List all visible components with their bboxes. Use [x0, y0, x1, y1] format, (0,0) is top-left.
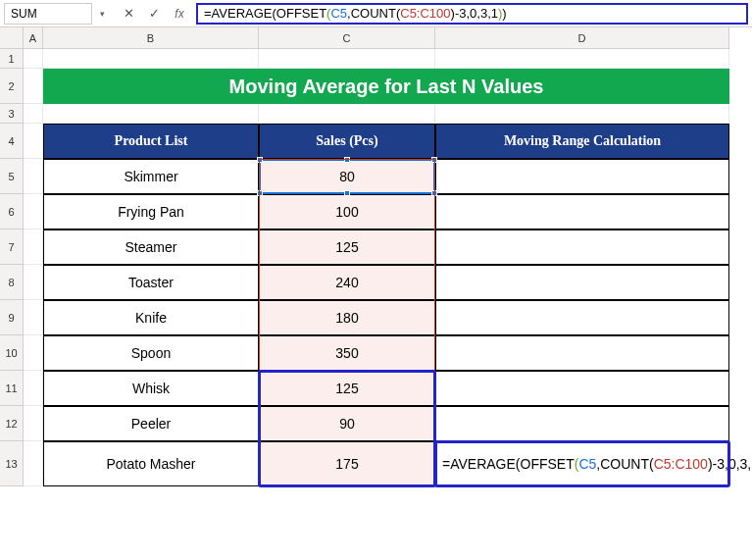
- cell-c7[interactable]: 125: [259, 229, 435, 265]
- header-product[interactable]: Product List: [43, 124, 259, 159]
- row-head-3[interactable]: 3: [0, 104, 24, 124]
- cell-c5[interactable]: 80: [259, 159, 435, 194]
- row-head-4[interactable]: 4: [0, 124, 24, 159]
- cell-c1[interactable]: [259, 49, 435, 69]
- row-head-12[interactable]: 12: [0, 406, 24, 441]
- cell-b7[interactable]: Steamer: [43, 229, 259, 265]
- col-head-c[interactable]: C: [259, 27, 435, 49]
- cell-a8[interactable]: [24, 265, 43, 300]
- cell-d7[interactable]: [435, 229, 729, 265]
- col-head-d[interactable]: D: [435, 27, 729, 49]
- formula-text: =AVERAGE: [204, 6, 272, 21]
- row-head-1[interactable]: 1: [0, 49, 24, 69]
- header-sales[interactable]: Sales (Pcs): [259, 124, 435, 159]
- cell-a11[interactable]: [24, 371, 43, 406]
- cell-b10[interactable]: Spoon: [43, 335, 259, 371]
- cell-d6[interactable]: [435, 194, 729, 229]
- row-head-11[interactable]: 11: [0, 371, 24, 406]
- cell-a2[interactable]: [24, 69, 43, 104]
- row-head-2[interactable]: 2: [0, 69, 24, 104]
- cell-c8[interactable]: 240: [259, 265, 435, 300]
- cell-d13[interactable]: =AVERAGE(OFFSET(C5,COUNT(C5:C100)-3,0,3,…: [435, 441, 729, 486]
- cell-c3[interactable]: [259, 104, 435, 124]
- select-all-button[interactable]: [0, 27, 24, 49]
- cell-b11[interactable]: Whisk: [43, 371, 259, 406]
- cell-b13[interactable]: Potato Masher: [43, 441, 259, 486]
- cell-a3[interactable]: [24, 104, 43, 124]
- row-head-10[interactable]: 10: [0, 335, 24, 371]
- cell-b12[interactable]: Peeler: [43, 406, 259, 441]
- cell-d11[interactable]: [435, 371, 729, 406]
- cell-d3[interactable]: [435, 104, 729, 124]
- title-cell[interactable]: Moving Average for Last N Values: [43, 69, 729, 104]
- name-box-dropdown-icon[interactable]: ▾: [94, 3, 110, 25]
- row-head-9[interactable]: 9: [0, 300, 24, 335]
- row-head-8[interactable]: 8: [0, 265, 24, 300]
- cell-a7[interactable]: [24, 229, 43, 265]
- cell-a13[interactable]: [24, 441, 43, 486]
- header-moving[interactable]: Moving Range Calculation: [435, 124, 729, 159]
- formula-input[interactable]: =AVERAGE(OFFSET(C5,COUNT(C5:C100)-3,0,3,…: [196, 3, 748, 25]
- formula-in-cell: =AVERAGE(OFFSET(C5,COUNT(C5:C100)-3,0,3,…: [436, 451, 728, 477]
- sel-handle[interactable]: [257, 157, 263, 163]
- cell-d5[interactable]: [435, 159, 729, 194]
- cell-c13[interactable]: 175: [259, 441, 435, 486]
- cell-b5[interactable]: Skimmer: [43, 159, 259, 194]
- cell-a6[interactable]: [24, 194, 43, 229]
- cell-a5[interactable]: [24, 159, 43, 194]
- name-box[interactable]: SUM: [4, 3, 92, 25]
- cell-a9[interactable]: [24, 300, 43, 335]
- sel-handle[interactable]: [344, 190, 350, 196]
- cell-d8[interactable]: [435, 265, 729, 300]
- sel-handle[interactable]: [344, 157, 350, 163]
- cell-b6[interactable]: Frying Pan: [43, 194, 259, 229]
- sel-handle[interactable]: [257, 190, 263, 196]
- cell-a1[interactable]: [24, 49, 43, 69]
- cell-d12[interactable]: [435, 406, 729, 441]
- cell-b8[interactable]: Toaster: [43, 265, 259, 300]
- row-head-6[interactable]: 6: [0, 194, 24, 229]
- cell-b9[interactable]: Knife: [43, 300, 259, 335]
- fx-icon[interactable]: fx: [171, 5, 188, 23]
- cell-d1[interactable]: [435, 49, 729, 69]
- sel-handle[interactable]: [431, 190, 437, 196]
- cancel-icon[interactable]: ✕: [120, 5, 137, 23]
- cell-c9[interactable]: 180: [259, 300, 435, 335]
- sel-handle[interactable]: [431, 157, 437, 163]
- cell-d10[interactable]: [435, 335, 729, 371]
- cell-b1[interactable]: [43, 49, 259, 69]
- col-head-a[interactable]: A: [24, 27, 43, 49]
- col-head-b[interactable]: B: [43, 27, 259, 49]
- cell-a12[interactable]: [24, 406, 43, 441]
- cell-d9[interactable]: [435, 300, 729, 335]
- formula-bar: SUM ▾ ✕ ✓ fx =AVERAGE(OFFSET(C5,COUNT(C5…: [0, 0, 752, 27]
- confirm-icon[interactable]: ✓: [145, 5, 163, 23]
- row-head-5[interactable]: 5: [0, 159, 24, 194]
- cell-a4[interactable]: [24, 124, 43, 159]
- cell-c11[interactable]: 125: [259, 371, 435, 406]
- cell-c12[interactable]: 90: [259, 406, 435, 441]
- cell-b3[interactable]: [43, 104, 259, 124]
- row-head-7[interactable]: 7: [0, 229, 24, 265]
- cell-c6[interactable]: 100: [259, 194, 435, 229]
- cell-a10[interactable]: [24, 335, 43, 371]
- row-head-13[interactable]: 13: [0, 441, 24, 486]
- cell-c10[interactable]: 350: [259, 335, 435, 371]
- spreadsheet-grid: 1 2 3 4 5 6 7 8 9 10 11 12 13 A B C D Mo…: [0, 27, 752, 560]
